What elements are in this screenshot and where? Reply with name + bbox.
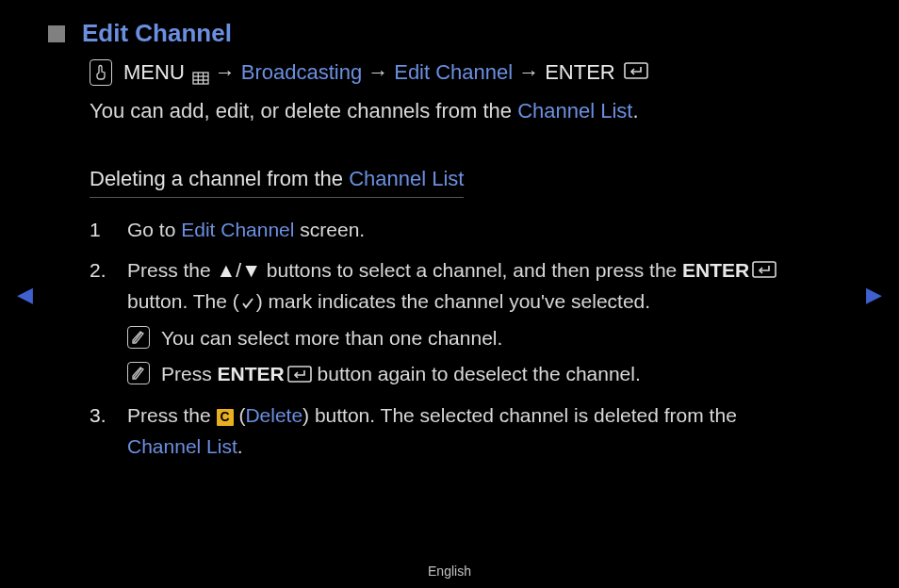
arrow-icon: → bbox=[368, 60, 388, 85]
note-row: You can select more than one channel. bbox=[127, 323, 809, 354]
enter-icon bbox=[287, 361, 312, 392]
section-heading: Deleting a channel from the Channel List bbox=[90, 167, 464, 198]
breadcrumb-broadcasting: Broadcasting bbox=[241, 60, 362, 85]
c-button-icon: C bbox=[217, 409, 234, 426]
step-number: 2. bbox=[90, 255, 127, 392]
svg-rect-0 bbox=[193, 73, 208, 84]
note-icon bbox=[127, 362, 150, 384]
svg-rect-7 bbox=[288, 367, 311, 382]
step-1: 1 Go to Edit Channel screen. bbox=[90, 215, 809, 246]
svg-rect-5 bbox=[625, 63, 647, 78]
breadcrumb: MENU → Broadcasting → Edit Channel → ENT… bbox=[90, 59, 809, 86]
up-down-icon: ▲/▼ bbox=[217, 259, 261, 281]
note-row: Press ENTER button again to deselect the… bbox=[127, 359, 809, 391]
step-2: 2. Press the ▲/▼ buttons to select a cha… bbox=[90, 255, 809, 392]
page-title: Edit Channel bbox=[82, 19, 232, 48]
arrow-icon: → bbox=[215, 60, 236, 85]
prev-page-button[interactable]: ◀ bbox=[17, 283, 33, 307]
intro-text: You can add, edit, or delete channels fr… bbox=[90, 99, 809, 123]
next-page-button[interactable]: ▶ bbox=[866, 283, 882, 307]
language-label: English bbox=[0, 564, 899, 579]
menu-grid-icon bbox=[192, 66, 209, 79]
enter-icon bbox=[624, 60, 648, 85]
step-number: 1 bbox=[90, 215, 127, 246]
note-icon bbox=[127, 326, 150, 349]
touch-icon bbox=[90, 59, 112, 86]
enter-label: ENTER bbox=[545, 60, 615, 85]
section-bullet-icon bbox=[48, 25, 65, 42]
arrow-icon: → bbox=[518, 60, 539, 85]
step-number: 3. bbox=[90, 400, 127, 462]
menu-label: MENU bbox=[123, 60, 185, 85]
check-icon bbox=[239, 295, 256, 312]
step-3: 3. Press the C (Delete) button. The sele… bbox=[90, 400, 809, 462]
enter-icon bbox=[752, 256, 776, 287]
svg-rect-6 bbox=[753, 262, 776, 277]
breadcrumb-edit-channel: Edit Channel bbox=[394, 60, 513, 85]
